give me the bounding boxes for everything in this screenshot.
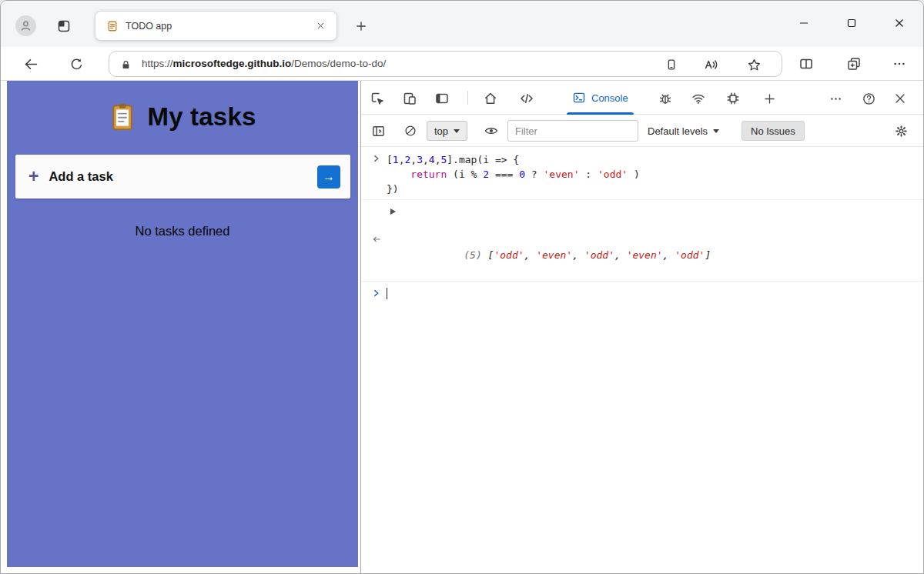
browser-window: TODO app bbox=[0, 0, 924, 574]
tab-elements[interactable] bbox=[518, 90, 535, 107]
chip-icon bbox=[725, 91, 741, 106]
device-toolbar-icon bbox=[402, 91, 417, 106]
submit-task-button[interactable]: → bbox=[317, 165, 340, 189]
clear-console-button[interactable] bbox=[402, 122, 419, 139]
close-devtools-button[interactable] bbox=[892, 90, 909, 107]
url-scheme: https:// bbox=[142, 58, 173, 69]
prompt-chevron-icon bbox=[372, 289, 381, 298]
plus-icon bbox=[355, 20, 367, 32]
device-emulation-button[interactable] bbox=[401, 90, 418, 107]
refresh-icon bbox=[69, 57, 84, 72]
console-prompt[interactable] bbox=[361, 282, 923, 305]
settings-menu-button[interactable] bbox=[889, 54, 909, 74]
address-bar[interactable]: https://microsoftedge.github.io/Demos/de… bbox=[109, 51, 782, 77]
arrow-left-icon bbox=[23, 56, 39, 72]
toolbar-divider bbox=[467, 91, 468, 105]
tab-strip: TODO app bbox=[1, 1, 923, 47]
return-value-icon bbox=[370, 205, 443, 275]
command-line: [1,2,3,4,5].map(i => { bbox=[387, 152, 916, 167]
console-toolbar: top Default levels bbox=[361, 115, 923, 147]
focus-mode-icon bbox=[434, 91, 450, 106]
app-header: My tasks bbox=[7, 102, 358, 132]
command-chevron-icon bbox=[372, 154, 381, 163]
back-button[interactable] bbox=[21, 54, 41, 74]
maximize-button[interactable] bbox=[834, 7, 869, 39]
collections-button[interactable] bbox=[844, 54, 864, 74]
ellipsis-icon bbox=[892, 57, 906, 71]
minimize-button[interactable] bbox=[786, 7, 822, 39]
page-title: My tasks bbox=[147, 102, 256, 132]
add-panel-button[interactable] bbox=[761, 90, 778, 107]
clear-icon bbox=[403, 124, 417, 138]
issues-button[interactable] bbox=[657, 90, 674, 107]
favorites-star-icon[interactable] bbox=[744, 55, 764, 75]
eye-icon bbox=[484, 123, 499, 138]
new-tab-button[interactable] bbox=[351, 16, 371, 36]
collections-icon bbox=[846, 56, 862, 72]
todo-app-page: My tasks + Add a task → No tasks defined bbox=[1, 81, 360, 573]
help-button[interactable] bbox=[860, 90, 877, 107]
content-area: My tasks + Add a task → No tasks defined bbox=[1, 81, 923, 573]
focus-mode-button[interactable] bbox=[434, 90, 450, 107]
no-issues-label: No Issues bbox=[751, 125, 795, 137]
plus-icon: + bbox=[28, 166, 38, 187]
add-task-row[interactable]: + Add a task → bbox=[15, 155, 350, 199]
command-line: return (i % 2 === 0 ? 'even' : 'odd' ) bbox=[387, 167, 916, 182]
devtools-panel: Console bbox=[360, 81, 923, 573]
person-icon bbox=[19, 19, 32, 32]
navigation-bar: https://microsoftedge.github.io/Demos/de… bbox=[1, 47, 923, 81]
url-path: /Demos/demo-to-do/ bbox=[291, 58, 386, 69]
console-sidebar-button[interactable] bbox=[370, 122, 387, 139]
more-tools-button[interactable] bbox=[827, 90, 844, 107]
text-cursor bbox=[387, 288, 387, 299]
open-in-app-icon[interactable] bbox=[661, 55, 681, 75]
console-settings-button[interactable] bbox=[892, 122, 909, 139]
lock-icon[interactable] bbox=[116, 55, 136, 75]
performance-button[interactable] bbox=[725, 90, 742, 107]
console-output[interactable]: [1,2,3,4,5].map(i => { return (i % 2 ===… bbox=[361, 147, 923, 573]
tab-welcome[interactable] bbox=[482, 90, 499, 107]
tab-actions-menu-button[interactable] bbox=[54, 16, 74, 36]
help-icon bbox=[862, 92, 876, 106]
network-conditions-button[interactable] bbox=[690, 90, 707, 107]
sidebar-icon bbox=[371, 124, 386, 138]
maximize-icon bbox=[844, 15, 859, 31]
refresh-button[interactable] bbox=[66, 54, 86, 74]
tab-close-icon[interactable] bbox=[313, 19, 327, 33]
bug-icon bbox=[658, 91, 673, 106]
filter-input[interactable] bbox=[507, 120, 638, 142]
live-expression-button[interactable] bbox=[483, 122, 500, 139]
split-screen-icon bbox=[798, 56, 814, 72]
close-window-button[interactable] bbox=[882, 7, 917, 39]
tab-actions-icon bbox=[56, 18, 72, 34]
console-command[interactable]: [1,2,3,4,5].map(i => { return (i % 2 ===… bbox=[361, 147, 923, 200]
devtools-main-toolbar: Console bbox=[361, 81, 923, 115]
browser-tab[interactable]: TODO app bbox=[95, 11, 337, 41]
tab-favicon-icon bbox=[106, 20, 119, 32]
log-levels-dropdown[interactable]: Default levels bbox=[648, 121, 719, 141]
arrow-right-icon: → bbox=[323, 170, 335, 184]
context-selector[interactable]: top bbox=[427, 121, 467, 141]
command-line: }) bbox=[387, 182, 916, 196]
console-result[interactable]: (5) ['odd', 'even', 'odd', 'even', 'odd'… bbox=[361, 200, 923, 282]
inspect-element-button[interactable] bbox=[369, 90, 386, 107]
expand-triangle-icon[interactable] bbox=[390, 209, 396, 215]
log-levels-label: Default levels bbox=[648, 125, 708, 137]
no-issues-button[interactable]: No Issues bbox=[742, 121, 805, 141]
close-icon bbox=[892, 15, 907, 31]
read-aloud-icon[interactable] bbox=[701, 55, 721, 75]
tab-title: TODO app bbox=[126, 21, 313, 32]
wifi-icon bbox=[691, 91, 706, 106]
ellipsis-icon bbox=[829, 92, 842, 105]
tab-console[interactable]: Console bbox=[561, 81, 639, 115]
console-icon bbox=[572, 91, 586, 105]
split-screen-button[interactable] bbox=[796, 54, 816, 74]
empty-state-text: No tasks defined bbox=[7, 224, 358, 239]
chevron-down-icon bbox=[454, 129, 460, 133]
result-text: (5) ['odd', 'even', 'odd', 'even', 'odd'… bbox=[464, 249, 711, 261]
close-icon bbox=[893, 92, 907, 105]
profile-avatar-button[interactable] bbox=[15, 15, 36, 36]
minimize-icon bbox=[796, 15, 812, 31]
console-tab-label: Console bbox=[591, 92, 628, 104]
todo-app-background: My tasks + Add a task → No tasks defined bbox=[7, 81, 358, 567]
